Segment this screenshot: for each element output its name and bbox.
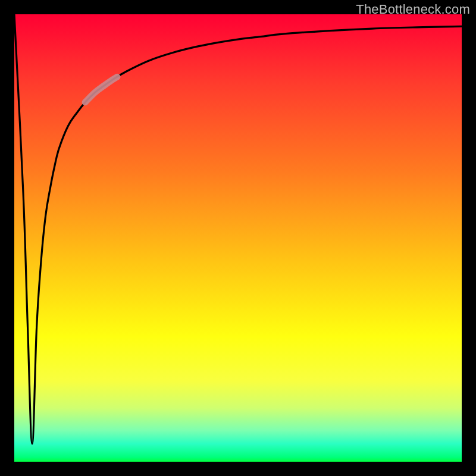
attribution-watermark: TheBottleneck.com [356, 2, 470, 17]
highlight-segment [85, 77, 117, 102]
chart-frame: TheBottleneck.com [0, 0, 476, 476]
plot-area [14, 14, 462, 462]
curve-svg [14, 14, 462, 462]
bottleneck-curve [14, 14, 462, 444]
